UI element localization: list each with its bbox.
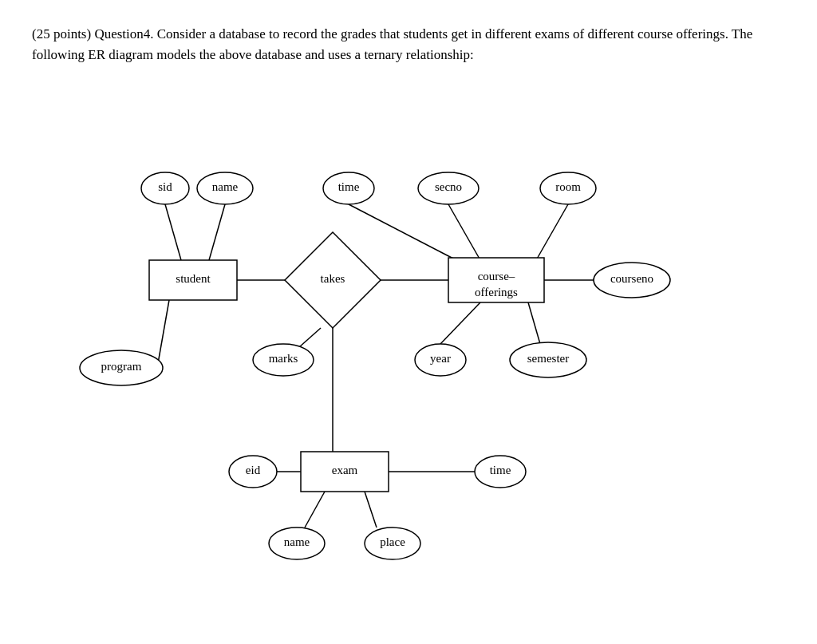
attribute-time-exam-label: time bbox=[490, 464, 511, 476]
attribute-sid-label: sid bbox=[158, 180, 172, 193]
line-place-exam bbox=[365, 492, 377, 527]
er-svg: takes student course– offerings exam sid… bbox=[49, 97, 768, 535]
attribute-eid-label: eid bbox=[246, 464, 261, 476]
attribute-courseno-label: courseno bbox=[610, 272, 653, 285]
attribute-year-label: year bbox=[430, 352, 451, 365]
line-sid-student bbox=[165, 204, 181, 260]
attribute-place-label: place bbox=[380, 535, 405, 548]
attribute-room-label: room bbox=[555, 180, 581, 193]
page: (25 points) Question4. Consider a databa… bbox=[0, 0, 817, 559]
line-room-co bbox=[536, 204, 568, 260]
attribute-name-exam-label: name bbox=[284, 535, 310, 548]
attribute-time-co-label: time bbox=[338, 180, 360, 193]
line-secno-co bbox=[448, 204, 480, 260]
attribute-secno-label: secno bbox=[435, 180, 462, 193]
entity-co-label2: offerings bbox=[475, 286, 518, 298]
attribute-semester-label: semester bbox=[527, 352, 569, 365]
er-diagram: takes student course– offerings exam sid… bbox=[49, 97, 768, 535]
attribute-name-student-label: name bbox=[212, 180, 239, 193]
entity-co-label1: course– bbox=[478, 270, 515, 282]
entity-student-label: student bbox=[176, 272, 211, 285]
entity-exam-label: exam bbox=[332, 464, 358, 476]
line-program-student bbox=[157, 300, 169, 368]
line-year-co bbox=[440, 302, 480, 344]
line-time-co bbox=[349, 204, 456, 260]
relationship-takes-label: takes bbox=[321, 272, 345, 285]
line-name-exam bbox=[305, 492, 325, 527]
attribute-program-label: program bbox=[101, 360, 142, 373]
line-name-student bbox=[209, 204, 225, 260]
attribute-marks-label: marks bbox=[269, 352, 298, 365]
description-text: (25 points) Question4. Consider a databa… bbox=[32, 24, 785, 65]
line-semester-co bbox=[528, 302, 540, 344]
